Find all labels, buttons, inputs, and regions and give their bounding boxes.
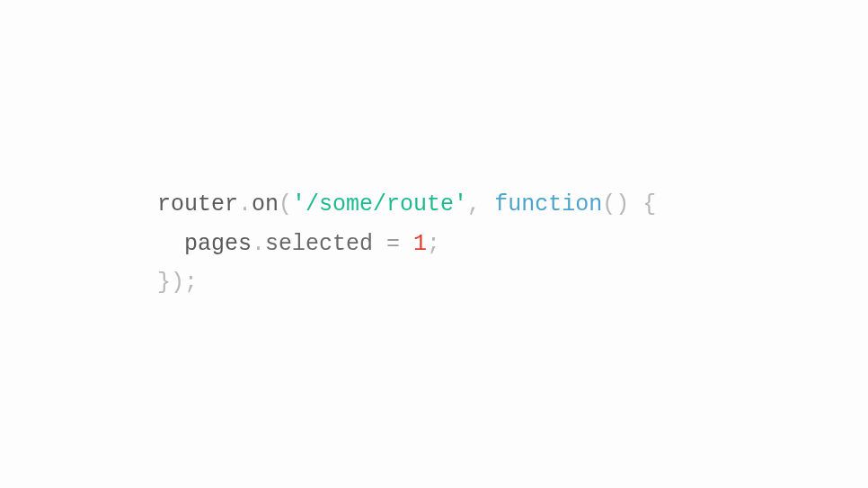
- token-method: on: [252, 191, 279, 217]
- token-close: });: [157, 270, 198, 296]
- token-object: router: [157, 191, 238, 217]
- token-brace: {: [629, 191, 656, 217]
- token-comma: ,: [467, 191, 494, 217]
- token-object: pages: [184, 231, 252, 257]
- code-line-3: });: [157, 270, 198, 296]
- code-line-2: pages.selected = 1;: [157, 231, 440, 257]
- token-parens: (): [602, 191, 629, 217]
- token-semicolon: ;: [427, 231, 440, 257]
- token-property: selected: [265, 231, 373, 257]
- token-equals: =: [373, 231, 413, 257]
- token-open-paren: (: [279, 191, 292, 217]
- code-line-1: router.on('/some/route', function() {: [157, 191, 656, 217]
- code-snippet: router.on('/some/route', function() { pa…: [157, 185, 656, 303]
- token-dot: .: [238, 191, 252, 217]
- token-number: 1: [413, 231, 427, 257]
- token-dot: .: [252, 231, 265, 257]
- token-keyword: function: [494, 191, 602, 217]
- token-string: '/some/route': [292, 191, 467, 217]
- token-indent: [157, 231, 184, 257]
